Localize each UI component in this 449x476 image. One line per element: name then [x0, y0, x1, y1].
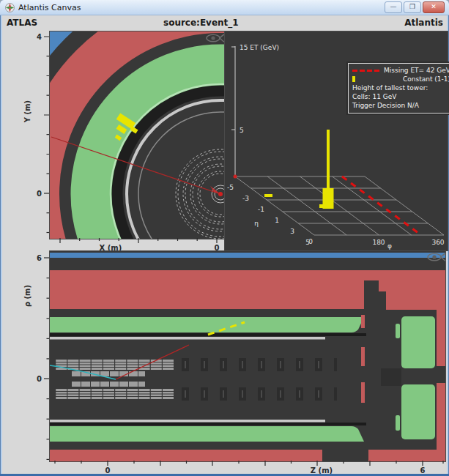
ecal-top	[50, 317, 364, 332]
legend-constant-text: Constant (1-1)	[403, 75, 449, 83]
svg-text:6: 6	[37, 254, 42, 262]
svg-text:0: 0	[37, 190, 42, 198]
yx-view-drawing	[50, 31, 224, 239]
muon-strip	[50, 253, 445, 258]
source-label: source:Event_1	[163, 18, 239, 28]
solenoid-line-top	[50, 337, 325, 340]
svg-text:φ: φ	[387, 242, 392, 250]
lego-legend: Missing ET= 42 GeV Constant (1-1) Height…	[348, 63, 449, 114]
header-bar: ATLAS source:Event_1 Atlantis	[2, 15, 447, 30]
svg-text:3: 3	[290, 228, 294, 235]
vertex-dot	[218, 192, 223, 196]
atlantis-label: Atlantis	[404, 18, 443, 28]
svg-text:360: 360	[431, 239, 444, 246]
svg-text:5: 5	[240, 127, 244, 134]
svg-text:ρ (m): ρ (m)	[23, 285, 31, 307]
maximize-button[interactable]: ❐	[404, 1, 421, 13]
rz-rho-axis: 6 0 ρ (m)	[21, 250, 49, 464]
legend-cells-text: Cells: 11 GeV	[352, 92, 449, 101]
constant-swatch-icon	[352, 76, 355, 82]
solenoid-line-bottom	[50, 420, 325, 423]
rz-z-axis: 0 Z (m) 6	[43, 461, 447, 474]
legend-missing-et-row: Missing ET= 42 GeV	[352, 66, 449, 75]
svg-text:4: 4	[37, 33, 42, 41]
atlas-label: ATLAS	[7, 18, 37, 28]
missing-et-swatch-icon	[352, 70, 379, 72]
titlebar[interactable]: Atlantis Canvas — ❐ ✕	[0, 0, 449, 15]
legend-tallest-tower-text: Height of tallest tower:	[352, 83, 449, 92]
app-icon	[5, 3, 15, 12]
svg-text:180: 180	[372, 239, 385, 246]
ecal-bottom	[50, 426, 364, 442]
atlantis-window: Atlantis Canvas — ❐ ✕ ATLAS source:Event…	[0, 0, 449, 476]
yx-view-panel[interactable]	[49, 31, 225, 239]
canvas-area: 4 0 Y (m) X (m) 0 15 ET (GeV) 5	[2, 30, 447, 474]
svg-text:-3: -3	[242, 195, 249, 202]
window-title: Atlantis Canvas	[18, 3, 385, 12]
svg-text:Y (m): Y (m)	[23, 100, 31, 123]
window-controls: — ❐ ✕	[385, 1, 445, 13]
legend-constant-row: Constant (1-1)	[352, 75, 449, 83]
close-button[interactable]: ✕	[423, 1, 445, 13]
minimize-button[interactable]: —	[385, 1, 402, 13]
svg-text:6: 6	[420, 466, 426, 474]
legend-trigger-text: Trigger Decision N/A	[352, 101, 449, 110]
hcal-bottom	[50, 450, 445, 461]
svg-text:0: 0	[37, 375, 42, 383]
svg-text:0: 0	[105, 466, 111, 474]
rz-view-panel[interactable]	[49, 250, 446, 462]
svg-text:15 ET (GeV): 15 ET (GeV)	[240, 44, 279, 51]
svg-text:-5: -5	[227, 184, 234, 191]
svg-text:1: 1	[275, 217, 279, 224]
fisheye-icon[interactable]	[206, 33, 225, 43]
svg-text:Z (m): Z (m)	[311, 466, 333, 474]
fisheye-icon-rz[interactable]	[427, 252, 446, 262]
legend-missing-et-text: Missing ET= 42 GeV	[384, 66, 449, 75]
hcal-top	[50, 270, 445, 310]
svg-text:0: 0	[308, 238, 313, 245]
rz-drawing	[50, 251, 445, 461]
svg-text:-1: -1	[258, 206, 264, 213]
svg-text:η: η	[254, 220, 259, 227]
yx-y-axis: 4 0 Y (m)	[21, 31, 49, 243]
